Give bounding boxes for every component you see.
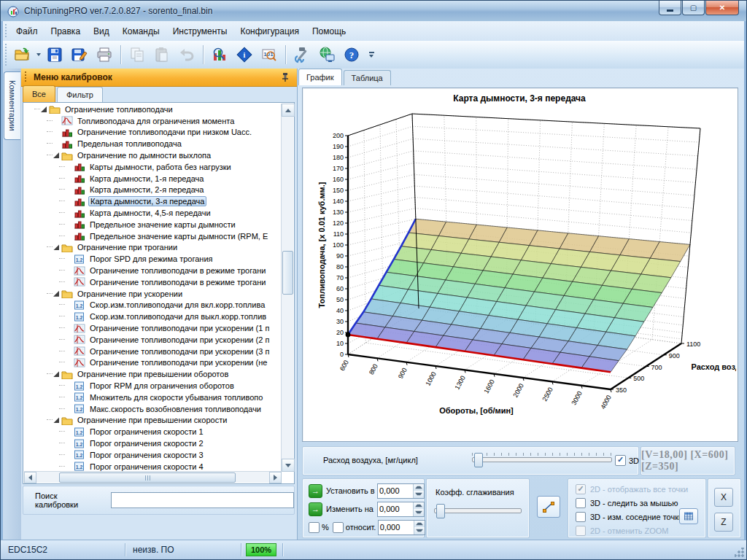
scroll-left-button[interactable] (24, 472, 36, 483)
relative-checkbox[interactable] (333, 522, 344, 533)
spin-down-button[interactable] (414, 527, 425, 534)
edit-neighbors-grid-button[interactable] (679, 508, 698, 524)
close-button[interactable]: ✕ (705, 1, 739, 15)
smoothing-slider-thumb[interactable] (436, 504, 445, 518)
tree-item-folder[interactable]: Ограничение топливоподачи (24, 104, 282, 115)
expander-icon[interactable] (53, 417, 59, 423)
menu-команды[interactable]: Команды (116, 23, 166, 39)
tree-item[interactable]: Карта дымности, 4,5-я передачи (24, 207, 282, 219)
view-3d-checkbox[interactable] (615, 455, 626, 466)
minimize-button[interactable] (659, 1, 681, 15)
menu-файл[interactable]: Файл (9, 23, 44, 39)
spin-down-button[interactable] (414, 509, 424, 516)
expander-icon[interactable] (53, 152, 59, 158)
toolbar-grip[interactable] (4, 44, 8, 66)
percent-checkbox[interactable] (309, 522, 320, 533)
tree-item[interactable]: 1.2Скор.изм.топливоподачи для выкл.корр.… (24, 311, 282, 322)
spin-up-button[interactable] (414, 521, 425, 528)
info-button[interactable]: i (233, 44, 255, 66)
axis-z-button[interactable]: Z (714, 513, 733, 532)
scroll-right-button[interactable] (269, 472, 282, 483)
scroll-up-button[interactable] (282, 104, 295, 117)
vertical-scroll-thumb[interactable] (282, 251, 293, 295)
tree-item[interactable]: Ограничение топливоподачи при ускорении … (24, 334, 282, 346)
smoothing-apply-button[interactable] (537, 496, 560, 518)
tab-filter[interactable]: Фильтр (57, 87, 103, 102)
tab-chart[interactable]: График (298, 69, 342, 85)
expander-icon[interactable] (41, 106, 47, 112)
open-button[interactable] (11, 44, 33, 66)
menu-инструменты[interactable]: Инструменты (166, 23, 234, 39)
menu-помощь[interactable]: Помощь (306, 23, 352, 39)
tree-item[interactable]: 1.2Порог ограничения скорости 1 (24, 426, 282, 438)
comments-vertical-tab[interactable]: Комментарии (4, 71, 20, 140)
tree-item[interactable]: Ограничение топливоподачи при ускорении … (24, 357, 282, 369)
tree-item[interactable]: Предельное значение карты дымности (24, 219, 282, 230)
tree-item[interactable]: Топливоподача для ограничения момента (24, 115, 282, 127)
tree-item-folder[interactable]: Ограничение при ускорении (24, 288, 282, 300)
apply-change-button[interactable]: → (309, 502, 322, 516)
search-input[interactable] (111, 492, 294, 508)
slider-track[interactable] (472, 457, 612, 462)
tree-item[interactable]: 1.2Скор.изм.топливоподачи для вкл.корр.т… (24, 300, 282, 311)
slider-track[interactable] (434, 508, 522, 513)
save-as-button[interactable] (69, 44, 90, 66)
compare-button[interactable] (209, 44, 231, 66)
tree-item[interactable]: Ограничение топливоподачи в режиме трога… (24, 276, 282, 288)
tree-item-folder[interactable]: Ограничение при превышении скорости (24, 415, 282, 427)
tree-item-folder[interactable]: Ограничение по дымности выхлопа (24, 149, 282, 161)
airflow-slider-thumb[interactable] (474, 453, 483, 467)
change-value-input[interactable] (378, 502, 413, 516)
expander-icon[interactable] (53, 244, 59, 250)
tree-item[interactable]: 1.2Порог RPM для ограничения оборотов (24, 380, 282, 392)
option-checkbox[interactable] (576, 498, 586, 508)
airflow-slider[interactable] (472, 453, 612, 462)
tree-vertical-scrollbar[interactable] (281, 104, 293, 472)
menu-grip[interactable] (4, 24, 8, 38)
surface-chart-canvas[interactable]: 0102030405060708090100110120130140150160… (303, 88, 736, 440)
spin-down-button[interactable] (414, 491, 424, 498)
tree-item[interactable]: Ограничение топливоподачи при низком Uac… (24, 127, 282, 139)
menu-вид[interactable]: Вид (87, 23, 116, 39)
tree-item[interactable]: Карты дымности, работа без нагрузки (24, 161, 282, 173)
horizontal-scroll-thumb[interactable] (59, 472, 236, 483)
tree-item[interactable]: Карта дымности, 2-я передача (24, 184, 282, 196)
find-value-button[interactable]: 101 (258, 44, 280, 66)
resize-grip[interactable] (735, 548, 744, 557)
axis-x-button[interactable]: X (714, 488, 733, 507)
tree-horizontal-scrollbar[interactable] (24, 471, 282, 483)
sidebar-header-grip[interactable] (24, 71, 28, 83)
tools-button[interactable] (291, 44, 313, 66)
open-dropdown-button[interactable] (34, 44, 42, 66)
expander-icon[interactable] (53, 371, 59, 377)
relative-value-input[interactable] (379, 521, 414, 534)
tree-item[interactable]: 1.2Порог ограничения скорости 2 (24, 438, 282, 449)
expander-icon[interactable] (53, 291, 59, 297)
option-checkbox[interactable] (576, 512, 586, 522)
tree-item-folder[interactable]: Ограничение при трогании (24, 242, 282, 254)
tab-table[interactable]: Таблица (344, 70, 391, 85)
spin-up-button[interactable] (414, 484, 424, 491)
maximize-button[interactable]: ▢ (682, 1, 705, 15)
tree-item[interactable]: 1.2Множитель для скорости убывания топли… (24, 392, 282, 403)
tree-item[interactable]: Предельное значение карты дымности (RPM,… (24, 230, 282, 242)
toolbar-overflow-button[interactable] (367, 44, 376, 66)
save-button[interactable] (44, 44, 66, 66)
smoothing-slider[interactable] (434, 508, 522, 513)
tree-item[interactable]: Ограничение топливоподачи при ускорении … (24, 322, 282, 334)
tree-item[interactable]: 1.2Порог ограничения скорости 4 (24, 461, 282, 472)
menu-конфигурация[interactable]: Конфигурация (233, 23, 306, 39)
tree-item[interactable]: 1.2Макс.скорость возобновления топливопо… (24, 403, 282, 415)
menu-правка[interactable]: Правка (44, 23, 88, 39)
tree-item[interactable]: Ограничение топливоподачи в режиме трога… (24, 265, 282, 276)
tree-item[interactable]: Предельная топливоподача (24, 138, 282, 149)
tree-item[interactable]: Ограничение топливоподачи при ускорении … (24, 346, 282, 357)
tree-item-folder[interactable]: Ограничение при превышении оборотов (24, 368, 282, 380)
tree-item[interactable]: 1.2Порог SPD для режима трогания (24, 253, 282, 265)
title-bar[interactable]: ChipTuningPRO ver.7.2.0.827 - sorento_fi… (1, 1, 746, 21)
tab-all[interactable]: Все (23, 85, 55, 102)
tree-item[interactable]: 1.2Порог ограничения скорости 3 (24, 449, 282, 461)
scroll-down-button[interactable] (282, 459, 295, 472)
network-button[interactable] (316, 44, 338, 66)
help-button[interactable]: ? (341, 44, 363, 66)
